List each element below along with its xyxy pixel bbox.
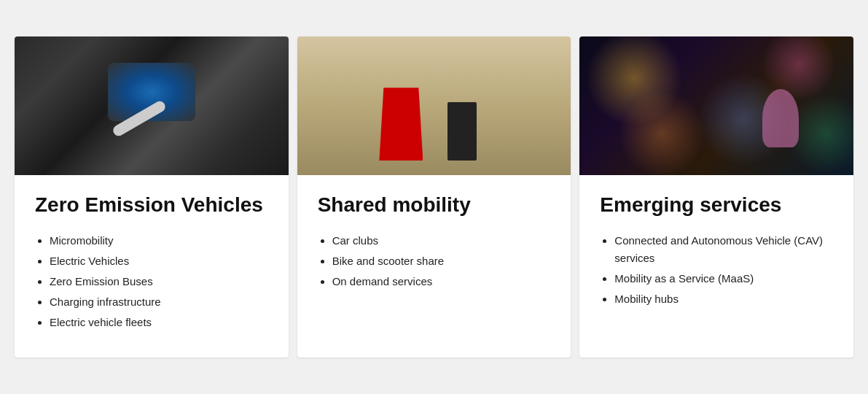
list-item: Mobility hubs	[614, 290, 833, 308]
card-shared: Shared mobility Car clubs Bike and scoot…	[297, 36, 571, 358]
card-list-shared: Car clubs Bike and scooter share On dema…	[318, 232, 551, 290]
list-item: Charging infrastructure	[50, 293, 268, 311]
list-item: Micromobility	[50, 232, 268, 250]
card-content-emerging: Emerging services Connected and Autonomo…	[579, 175, 853, 334]
list-item: Mobility as a Service (MaaS)	[614, 270, 833, 287]
list-item: Electric vehicle fleets	[50, 314, 268, 331]
list-item: Electric Vehicles	[50, 252, 268, 270]
card-emerging: Emerging services Connected and Autonomo…	[579, 36, 853, 358]
card-title-zev: Zero Emission Vehicles	[35, 193, 268, 217]
card-zev: Zero Emission Vehicles Micromobility Ele…	[15, 36, 289, 358]
list-item: Car clubs	[332, 232, 551, 250]
card-list-zev: Micromobility Electric Vehicles Zero Emi…	[35, 232, 268, 331]
card-title-shared: Shared mobility	[318, 193, 551, 217]
card-content-shared: Shared mobility Car clubs Bike and scoot…	[297, 175, 571, 317]
card-title-emerging: Emerging services	[600, 193, 833, 217]
card-content-zev: Zero Emission Vehicles Micromobility Ele…	[15, 175, 289, 358]
list-item: On demand services	[332, 273, 551, 290]
card-image-emerging	[579, 36, 853, 175]
list-item: Bike and scooter share	[332, 252, 551, 270]
list-item: Connected and Autonomous Vehicle (CAV) s…	[614, 232, 833, 267]
cards-container: Zero Emission Vehicles Micromobility Ele…	[15, 36, 853, 358]
card-image-shared	[297, 36, 571, 175]
card-list-emerging: Connected and Autonomous Vehicle (CAV) s…	[600, 232, 833, 308]
list-item: Zero Emission Buses	[50, 273, 268, 290]
card-image-zev	[15, 36, 289, 175]
